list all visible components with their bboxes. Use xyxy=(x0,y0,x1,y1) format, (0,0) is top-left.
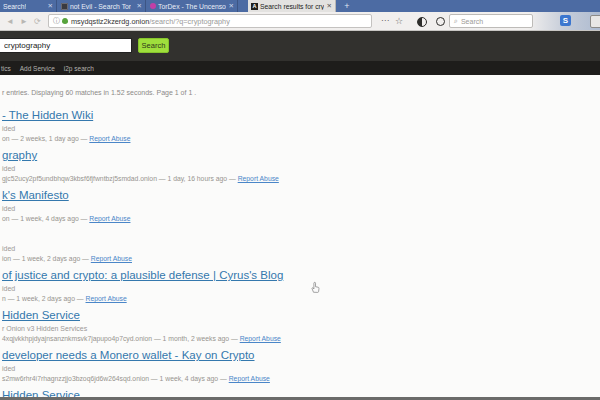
tab-notevil[interactable]: not Evil - Search Tor ✕ xyxy=(58,0,146,12)
report-abuse-link[interactable]: Report Abuse xyxy=(229,375,270,382)
search-result: graphy ided gjc52ucy2pf5undbhqw3kbsf6fjf… xyxy=(2,149,600,183)
search-result: developer needs a Monero wallet - Kay on… xyxy=(2,349,600,383)
tab-close-icon[interactable]: ✕ xyxy=(134,2,142,10)
result-description: r Onion v3 Hidden Services xyxy=(2,324,600,333)
report-abuse-link[interactable]: Report Abuse xyxy=(89,215,130,222)
result-title-link[interactable]: graphy xyxy=(2,149,600,162)
result-description: ided xyxy=(2,244,600,253)
report-abuse-link[interactable]: Report Abuse xyxy=(240,335,281,342)
result-url-age: n — 1 week, 2 days ago — xyxy=(2,295,86,302)
reload-icon[interactable]: ⟳ xyxy=(34,17,41,26)
mouse-hand-cursor xyxy=(309,280,321,294)
site-search-button[interactable]: Search xyxy=(138,38,169,53)
result-meta: on — 2 weeks, 1 day ago — Report Abuse xyxy=(2,134,600,143)
result-description: ided xyxy=(2,204,600,213)
search-result: ided ion — 1 week, 2 days ago — Report A… xyxy=(2,229,600,263)
results-list: - The Hidden Wiki ided on — 2 weeks, 1 d… xyxy=(0,109,600,400)
result-url-age: 4xqjvkkhpjdyajnsanznkmsvk7japupo4p7cyd.o… xyxy=(2,335,240,342)
result-description: ided xyxy=(2,364,600,373)
site-header: Search xyxy=(0,31,600,61)
tab-ahmia-active[interactable]: A Search results for cryptography – ✕ xyxy=(248,0,336,12)
result-title-link[interactable]: - The Hidden Wiki xyxy=(2,109,600,122)
report-abuse-link[interactable]: Report Abuse xyxy=(238,175,279,182)
search-result: k's Manifesto ided on — 1 week, 4 days a… xyxy=(2,189,600,223)
torbutton-onion-icon[interactable] xyxy=(436,17,445,26)
tab-tordex[interactable]: TorDex - The Uncensored Tor Li ✕ xyxy=(147,0,238,12)
tab-label: TorDex - The Uncensored Tor Li xyxy=(158,3,226,10)
result-title-link[interactable]: k's Manifesto xyxy=(2,189,600,202)
ahmia-favicon-icon: A xyxy=(251,3,258,10)
nav-link-add-service[interactable]: Add Service xyxy=(20,65,55,72)
url-domain: msydqstlz2kzerdg.onion xyxy=(71,17,149,26)
result-description: ided xyxy=(2,164,600,173)
onion-circuit-icon[interactable] xyxy=(62,18,68,24)
result-meta: n — 1 week, 2 days ago — Report Abuse xyxy=(2,294,600,303)
tab-label: Search! xyxy=(3,3,26,10)
result-url-age: s2mw6rhr4i7rhagnzzjjo3bzoq6jd6w264sqd.on… xyxy=(2,375,229,382)
tordex-favicon-icon xyxy=(150,3,156,9)
search-placeholder: Search xyxy=(461,18,483,25)
search-result: Hidden Service r Onion v3 Hidden Service… xyxy=(2,309,600,343)
results-area: r entries. Displaying 60 matches in 1.52… xyxy=(0,75,600,400)
browser-search-field[interactable]: ⌕ Search xyxy=(449,14,533,28)
report-abuse-link[interactable]: Report Abuse xyxy=(86,295,127,302)
result-title-link[interactable]: developer needs a Monero wallet - Kay on… xyxy=(2,349,600,362)
result-meta: on — 1 week, 4 days ago — Report Abuse xyxy=(2,214,600,223)
tab-close-icon[interactable]: ✕ xyxy=(226,2,234,10)
nav-link-i2p-search[interactable]: i2p search xyxy=(64,65,94,72)
url-path: /search/?q=cryptography xyxy=(149,17,230,26)
result-url-age: on — 1 week, 4 days ago — xyxy=(2,215,89,222)
result-meta: ion — 1 week, 2 days ago — Report Abuse xyxy=(2,254,600,263)
navigation-toolbar: ◄ ► ⟳ ⓘ msydqstlz2kzerdg.onion/search/?q… xyxy=(0,12,600,31)
url-bar[interactable]: ⓘ msydqstlz2kzerdg.onion/search/?q=crypt… xyxy=(48,14,372,28)
site-identity-icon[interactable]: ⓘ xyxy=(53,16,60,26)
result-title-link[interactable]: of justice and crypto: a plausible defen… xyxy=(2,269,600,282)
result-meta: s2mw6rhr4i7rhagnzzjjo3bzoq6jd6w264sqd.on… xyxy=(2,374,600,383)
tab-bar: Search! ✕ not Evil - Search Tor ✕ TorDex… xyxy=(0,0,600,12)
tab-close-icon[interactable]: ✕ xyxy=(324,2,332,10)
back-icon[interactable]: ◄ xyxy=(6,17,14,26)
search-result: of justice and crypto: a plausible defen… xyxy=(2,269,600,303)
result-url-age: gjc52ucy2pf5undbhqw3kbsf6fjfwntbzj5smdad… xyxy=(2,175,238,182)
nav-link-statistics[interactable]: tics xyxy=(1,65,11,72)
tab-close-icon[interactable]: ✕ xyxy=(45,2,53,10)
notevil-favicon-icon xyxy=(61,3,68,10)
report-abuse-link[interactable]: Report Abuse xyxy=(89,135,130,142)
bookmark-star-icon[interactable]: ☆ xyxy=(395,15,403,27)
site-search-input[interactable] xyxy=(0,38,132,53)
forward-icon[interactable]: ► xyxy=(20,17,28,26)
results-summary: r entries. Displaying 60 matches in 1.52… xyxy=(2,89,600,96)
search-result: - The Hidden Wiki ided on — 2 weeks, 1 d… xyxy=(2,109,600,143)
result-description: ided xyxy=(2,124,600,133)
page-actions-icon[interactable]: ⋯ xyxy=(381,15,389,27)
result-meta: 4xqjvkkhpjdyajnsanznkmsvk7japupo4p7cyd.o… xyxy=(2,334,600,343)
result-title-link[interactable]: Hidden Service xyxy=(2,309,600,322)
security-level-icon[interactable] xyxy=(417,17,427,27)
tab-label: Search results for cryptography – xyxy=(260,3,324,10)
report-abuse-link[interactable]: Report Abuse xyxy=(91,255,132,262)
search-magnifier-icon: ⌕ xyxy=(454,17,458,25)
tab-label: not Evil - Search Tor xyxy=(70,3,131,10)
noscript-icon[interactable]: S xyxy=(560,15,571,26)
tab-torch[interactable]: Search! ✕ xyxy=(0,0,57,12)
menu-icon-clipped[interactable] xyxy=(590,15,600,28)
result-url-age: on — 2 weeks, 1 day ago — xyxy=(2,135,89,142)
result-url-age: ion — 1 week, 2 days ago — xyxy=(2,255,91,262)
site-nav-bar: tics Add Service i2p search xyxy=(0,61,600,75)
result-title-link[interactable] xyxy=(2,229,600,242)
result-description: ided xyxy=(2,284,600,293)
new-tab-button[interactable]: + xyxy=(341,0,353,12)
result-meta: gjc52ucy2pf5undbhqw3kbsf6fjfwntbzj5smdad… xyxy=(2,174,600,183)
